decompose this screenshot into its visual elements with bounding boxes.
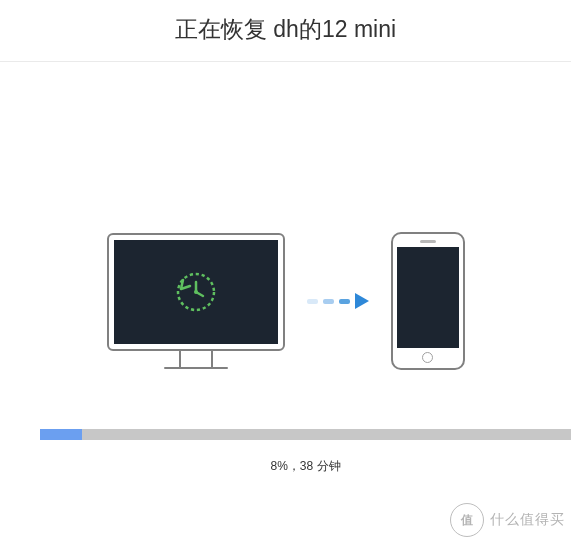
progress-section: 8%，38 分钟 <box>40 429 571 475</box>
watermark-badge-icon: 值 <box>450 503 484 537</box>
phone-screen <box>397 247 459 348</box>
time-machine-backup-icon <box>174 270 218 314</box>
transfer-illustration <box>0 62 571 370</box>
monitor-stand <box>179 351 213 367</box>
progress-fill <box>40 429 82 440</box>
header: 正在恢复 dh的12 mini <box>0 0 571 62</box>
watermark: 值 什么值得买 <box>450 503 565 537</box>
iphone-icon <box>391 232 465 370</box>
arrow-dash <box>307 299 318 304</box>
phone-home-button <box>422 352 433 363</box>
monitor-frame <box>107 233 285 351</box>
watermark-text: 什么值得买 <box>490 511 565 529</box>
progress-bar <box>40 429 571 440</box>
monitor-base <box>164 367 228 369</box>
arrow-dash <box>323 299 334 304</box>
monitor-screen <box>114 240 278 344</box>
svg-point-3 <box>194 290 198 294</box>
transfer-arrow-icon <box>307 293 369 309</box>
progress-status-text: 8%，38 分钟 <box>40 458 571 475</box>
page-title: 正在恢复 dh的12 mini <box>0 14 571 45</box>
arrow-dash <box>339 299 350 304</box>
phone-speaker <box>420 240 436 243</box>
computer-icon <box>107 233 285 369</box>
arrow-head <box>355 293 369 309</box>
